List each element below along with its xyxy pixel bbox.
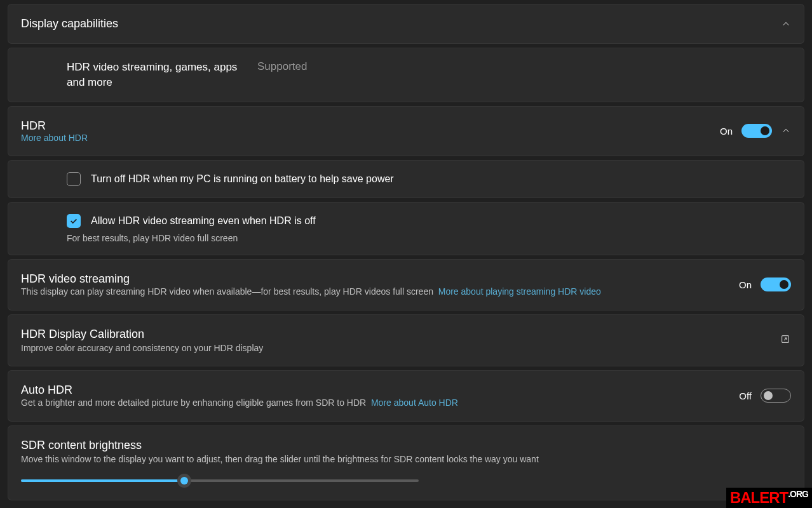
capability-value: Supported	[257, 60, 307, 73]
hdr-streaming-checkbox[interactable]	[67, 214, 81, 228]
hdr-video-streaming-toggle-label: On	[739, 279, 752, 290]
hdr-video-streaming-desc: This display can play streaming HDR vide…	[21, 286, 433, 297]
hdr-title: HDR	[21, 119, 88, 133]
hdr-calibration-card[interactable]: HDR Display Calibration Improve color ac…	[8, 314, 804, 366]
sdr-brightness-slider-container	[21, 479, 419, 487]
slider-thumb[interactable]	[177, 474, 191, 488]
hdr-streaming-option: Allow HDR video streaming even when HDR …	[8, 202, 804, 255]
hdr-battery-option: Turn off HDR when my PC is running on ba…	[8, 160, 804, 198]
capability-item: HDR video streaming, games, apps and mor…	[8, 48, 804, 102]
auto-hdr-header: Auto HDR Get a brighter and more detaile…	[8, 371, 804, 421]
auto-hdr-link[interactable]: More about Auto HDR	[371, 398, 458, 408]
watermark: BALERT.ORG	[726, 488, 812, 508]
hdr-header[interactable]: HDR More about HDR On	[8, 107, 804, 156]
hdr-battery-label: Turn off HDR when my PC is running on ba…	[91, 173, 394, 185]
auto-hdr-card: Auto HDR Get a brighter and more detaile…	[8, 370, 804, 422]
auto-hdr-desc: Get a brighter and more detailed picture…	[21, 398, 366, 408]
hdr-calibration-title: HDR Display Calibration	[21, 328, 263, 341]
hdr-streaming-hint: For best results, play HDR video full sc…	[67, 233, 791, 243]
hdr-battery-checkbox[interactable]	[67, 172, 81, 186]
hdr-card: HDR More about HDR On	[8, 106, 804, 156]
hdr-more-link[interactable]: More about HDR	[21, 133, 88, 143]
hdr-toggle[interactable]	[741, 124, 772, 138]
open-external-icon	[780, 333, 791, 347]
hdr-video-streaming-title: HDR video streaming	[21, 272, 601, 286]
chevron-up-icon	[781, 126, 791, 136]
capability-label: HDR video streaming, games, apps and mor…	[67, 60, 251, 90]
auto-hdr-toggle[interactable]	[761, 389, 791, 403]
auto-hdr-toggle-label: Off	[739, 391, 752, 401]
hdr-video-streaming-toggle[interactable]	[761, 277, 791, 291]
auto-hdr-title: Auto HDR	[21, 384, 458, 397]
display-capabilities-card: Display capabilities	[8, 4, 804, 44]
sdr-brightness-slider[interactable]	[21, 479, 419, 482]
display-capabilities-header[interactable]: Display capabilities	[8, 4, 804, 43]
sdr-brightness-title: SDR content brightness	[21, 439, 539, 452]
chevron-up-icon	[781, 19, 791, 29]
sdr-brightness-card: SDR content brightness Move this window …	[8, 425, 804, 500]
hdr-video-streaming-card: HDR video streaming This display can pla…	[8, 259, 804, 311]
display-capabilities-title: Display capabilities	[21, 17, 118, 30]
hdr-calibration-desc: Improve color accuracy and consistency o…	[21, 343, 263, 353]
sdr-brightness-desc: Move this window to the display you want…	[21, 454, 539, 464]
hdr-streaming-label: Allow HDR video streaming even when HDR …	[91, 215, 316, 227]
hdr-toggle-label: On	[720, 126, 733, 137]
sdr-brightness-header: SDR content brightness Move this window …	[8, 426, 804, 500]
hdr-video-streaming-header: HDR video streaming This display can pla…	[8, 260, 804, 310]
hdr-video-streaming-link[interactable]: More about playing streaming HDR video	[438, 286, 601, 297]
